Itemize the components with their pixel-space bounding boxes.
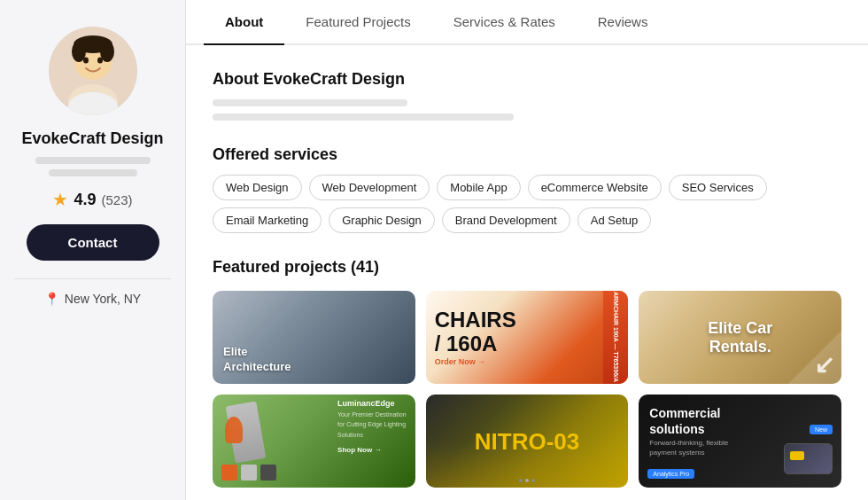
skeleton-line-1 [35, 157, 151, 164]
chairs-sub-text: Order Now → [435, 357, 516, 366]
chairs-main-text: CHAIRS/ 160A [435, 309, 516, 355]
star-icon: ★ [52, 189, 68, 210]
profile-skeleton-lines [14, 157, 171, 176]
rating-row: ★ 4.9 (523) [52, 189, 132, 210]
location-row: 📍 New York, NY [44, 292, 141, 306]
tag-seo-services[interactable]: SEO Services [669, 175, 767, 200]
swatch-gray [241, 465, 257, 480]
swatch-orange [221, 465, 237, 480]
content-area: About EvokeCraft Design Offered services… [186, 45, 868, 500]
tab-services-rates[interactable]: Services & Rates [432, 0, 577, 43]
project-card-chairs[interactable]: CHAIRS/ 160A Order Now → ARMCHAIR 190A —… [426, 291, 629, 384]
commercial-tag: New [810, 425, 833, 434]
tag-brand-development[interactable]: Brand Development [442, 207, 570, 233]
tag-email-marketing[interactable]: Email Marketing [213, 207, 322, 233]
main-content: About Featured Projects Services & Rates… [186, 0, 868, 500]
dot-1 [519, 479, 523, 482]
lighting-sub: Your Premier Destinationfor Cutting Edge… [337, 411, 407, 438]
color-swatches [221, 465, 276, 480]
location-pin-icon: 📍 [44, 292, 59, 306]
contact-button[interactable]: Contact [27, 224, 159, 261]
tag-ecommerce-website[interactable]: eCommerce Website [528, 175, 662, 200]
commercial-main-text: Commercialsolutions Forward-thinking, fl… [649, 405, 728, 457]
profile-name: EvokeCraft Design [21, 129, 163, 148]
project-card-commercial[interactable]: Commercialsolutions Forward-thinking, fl… [639, 395, 841, 488]
tag-mobile-app[interactable]: Mobile App [437, 175, 520, 200]
nitro-dots [519, 479, 535, 482]
svg-point-7 [97, 58, 103, 64]
card-chip [790, 451, 804, 460]
svg-point-6 [83, 58, 89, 64]
project-card-car[interactable]: Elite Car Rentals. ↙ [639, 291, 841, 384]
dot-3 [531, 479, 535, 482]
project-card-lighting[interactable]: LuminancEdge Your Premier Destinationfor… [213, 395, 415, 488]
offered-services-title: Offered services [213, 145, 841, 164]
tag-graphic-design[interactable]: Graphic Design [329, 207, 435, 233]
lighting-cta: Shop Now → [337, 446, 407, 455]
tag-ad-setup[interactable]: Ad Setup [577, 207, 652, 233]
tag-web-development[interactable]: Web Development [309, 175, 430, 200]
project-label-architecture: EliteArchitecture [223, 345, 291, 375]
rating-value: 4.9 [74, 191, 96, 209]
tab-featured-projects[interactable]: Featured Projects [284, 0, 431, 43]
tab-about[interactable]: About [204, 0, 284, 43]
chairs-overlay: CHAIRS/ 160A Order Now → [426, 291, 629, 384]
about-skeleton-line-2 [213, 113, 514, 121]
sidebar-divider [14, 278, 171, 279]
about-skeleton-line-1 [213, 99, 407, 106]
commercial-badge: Analytics Pro [647, 469, 694, 479]
lighting-text: LuminancEdge Your Premier Destinationfor… [337, 399, 407, 455]
chairs-stripe: ARMCHAIR 190A — T765396/A [603, 291, 628, 384]
tag-web-design[interactable]: Web Design [213, 175, 302, 200]
tab-reviews[interactable]: Reviews [577, 0, 670, 43]
sidebar: EvokeCraft Design ★ 4.9 (523) Contact 📍 … [0, 0, 186, 500]
swatch-dark [260, 465, 276, 480]
car-arrow-icon: ↙ [814, 350, 834, 379]
card-decoration [784, 443, 833, 474]
services-tags: Web Design Web Development Mobile App eC… [213, 175, 841, 233]
lamp-light [225, 417, 243, 443]
car-main-text: Elite Car Rentals. [689, 319, 790, 356]
tab-navigation: About Featured Projects Services & Rates… [186, 0, 868, 45]
avatar [49, 27, 137, 115]
project-card-nitro[interactable]: NITRO-03 [426, 395, 629, 488]
rating-count: (523) [102, 192, 133, 207]
skeleton-line-2 [49, 169, 137, 176]
chairs-stripe-text: ARMCHAIR 190A — T765396/A [613, 292, 619, 382]
projects-grid: EliteArchitecture CHAIRS/ 160A Order Now… [213, 291, 841, 488]
project-card-architecture[interactable]: EliteArchitecture [213, 291, 415, 384]
about-section-title: About EvokeCraft Design [213, 70, 841, 89]
location-text: New York, NY [65, 292, 141, 306]
featured-projects-title: Featured projects (41) [213, 258, 841, 277]
commercial-sub-text: Forward-thinking, flexiblepayment system… [649, 439, 728, 457]
about-description-skeleton [213, 99, 841, 121]
dot-2 [525, 479, 529, 482]
chairs-content: CHAIRS/ 160A Order Now → [435, 309, 516, 366]
